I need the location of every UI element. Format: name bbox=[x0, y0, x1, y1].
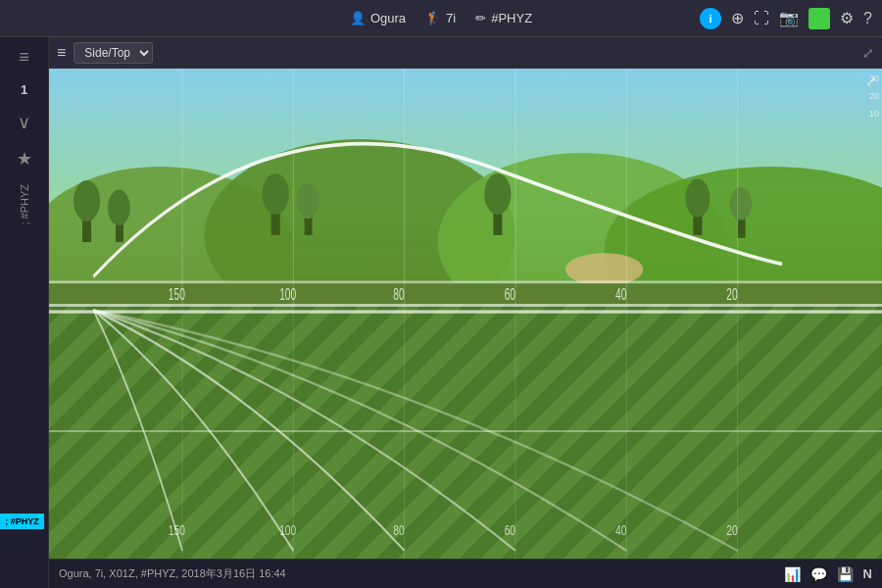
svg-text:20: 20 bbox=[726, 286, 738, 304]
scale-20: 20 bbox=[869, 91, 879, 101]
top-bar: 👤 Ogura 🏌 7i ✏ #PHYZ i ⊕ ⛶ 📷 ⚙ ? bbox=[0, 0, 882, 37]
sky-view: 150 100 80 60 40 20 30 20 10 ⤢ bbox=[49, 69, 882, 304]
sidebar-star-icon[interactable]: ★ bbox=[17, 148, 32, 170]
user-icon: 👤 bbox=[350, 11, 366, 25]
green-square-icon[interactable] bbox=[808, 8, 830, 29]
club-info: 🏌 7i bbox=[425, 11, 456, 25]
club-name: 7i bbox=[446, 11, 456, 25]
svg-text:100: 100 bbox=[279, 286, 296, 304]
sidebar-menu-icon[interactable]: ≡ bbox=[19, 47, 29, 68]
svg-text:40: 40 bbox=[615, 286, 627, 304]
trajectory-svg: 150 100 80 60 40 20 bbox=[49, 69, 882, 304]
help-icon[interactable]: ? bbox=[863, 10, 872, 27]
svg-text:80: 80 bbox=[393, 286, 405, 304]
user-name: Ogura bbox=[370, 11, 406, 25]
ball-name: #PHYZ bbox=[491, 11, 532, 25]
svg-text:60: 60 bbox=[505, 286, 516, 304]
toolbar-menu-icon[interactable]: ≡ bbox=[57, 44, 66, 62]
ground-grid-svg: 150 100 80 60 40 20 bbox=[49, 304, 882, 559]
bottom-icons: 📊 💬 💾 N bbox=[784, 566, 872, 582]
main-content: ≡ 1 ∨ ★ ; #PHYZ ≡ Side/Top Side Top ⤢ bbox=[0, 37, 882, 588]
expand-toolbar-icon[interactable]: ⤢ bbox=[862, 45, 874, 61]
sidebar-chevron-icon[interactable]: ∨ bbox=[18, 112, 30, 133]
svg-text:150: 150 bbox=[169, 286, 185, 304]
bottom-save-icon[interactable]: 💾 bbox=[837, 566, 854, 582]
user-info: 👤 Ogura bbox=[350, 11, 406, 25]
viz-expand-icon[interactable]: ⤢ bbox=[865, 74, 877, 89]
settings-icon[interactable]: ⚙ bbox=[840, 9, 854, 27]
bottom-chart-icon[interactable]: 📊 bbox=[784, 566, 801, 582]
bottom-letter-icon[interactable]: N bbox=[863, 566, 872, 581]
sidebar-number: 1 bbox=[21, 82, 27, 97]
svg-text:100: 100 bbox=[279, 522, 296, 538]
ground-view: 150 100 80 60 40 20 bbox=[49, 304, 882, 559]
top-bar-controls: i ⊕ ⛶ 📷 ⚙ ? bbox=[700, 8, 872, 29]
view-select[interactable]: Side/Top Side Top bbox=[74, 42, 153, 64]
ball-info: ✏ #PHYZ bbox=[475, 11, 532, 25]
left-sidebar: ≡ 1 ∨ ★ ; #PHYZ bbox=[0, 37, 49, 588]
svg-text:40: 40 bbox=[615, 522, 626, 538]
fullscreen-icon[interactable]: ⛶ bbox=[754, 10, 769, 27]
camera-icon[interactable]: 📷 bbox=[779, 9, 799, 27]
target-icon[interactable]: ⊕ bbox=[731, 9, 744, 27]
bottom-info-text: Ogura, 7i, X01Z, #PHYZ, 2018年3月16日 16:44 bbox=[59, 566, 774, 581]
golf-visualization: 150 100 80 60 40 20 30 20 10 ⤢ bbox=[49, 69, 882, 559]
info-icon[interactable]: i bbox=[700, 8, 721, 29]
left-edge-tag: ; #PHYZ bbox=[0, 514, 44, 529]
svg-text:20: 20 bbox=[726, 522, 737, 538]
bottom-bar: Ogura, 7i, X01Z, #PHYZ, 2018年3月16日 16:44… bbox=[49, 559, 882, 588]
toolbar-right: ⤢ bbox=[862, 45, 874, 61]
center-content: ≡ Side/Top Side Top ⤢ bbox=[49, 37, 882, 588]
bottom-speech-icon[interactable]: 💬 bbox=[810, 566, 827, 582]
sidebar-label: ; #PHYZ bbox=[19, 184, 30, 225]
svg-text:80: 80 bbox=[393, 522, 404, 538]
svg-text:150: 150 bbox=[169, 522, 185, 538]
club-icon: 🏌 bbox=[425, 11, 441, 25]
scale-10: 10 bbox=[869, 109, 879, 119]
svg-text:60: 60 bbox=[505, 522, 515, 538]
ball-icon: ✏ bbox=[475, 11, 486, 25]
toolbar: ≡ Side/Top Side Top ⤢ bbox=[49, 37, 882, 69]
